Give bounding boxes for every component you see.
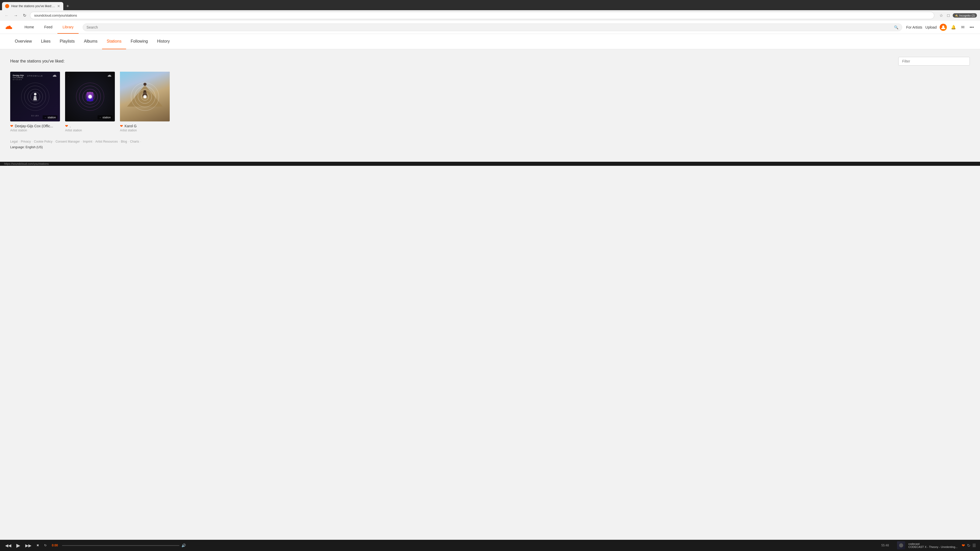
messages-icon[interactable]: ✉: [960, 24, 966, 30]
library-tabs: Overview Likes Playlists Albums Stations…: [0, 34, 980, 49]
tab-title: Hear the stations you've liked: ...: [11, 4, 55, 8]
soundcloud-watermark: [108, 74, 113, 78]
tab-playlists[interactable]: Playlists: [55, 34, 80, 49]
url-bar[interactable]: soundcloud.com/you/stations: [30, 12, 934, 19]
forward-button[interactable]: →: [12, 12, 19, 19]
content-heading: Hear the stations you've liked:: [10, 59, 65, 64]
nav-library[interactable]: Library: [57, 21, 79, 34]
status-url: https://soundcloud.com/you/stations: [4, 162, 49, 165]
soundcloud-logo[interactable]: [5, 22, 15, 32]
incognito-icon: 🕵: [955, 14, 958, 17]
search-icon: 🔍: [894, 25, 898, 29]
search-container: 🔍: [83, 24, 902, 31]
new-tab-button[interactable]: +: [64, 3, 71, 10]
station-radar: [75, 81, 105, 112]
station-label-text: → station: [43, 115, 57, 119]
url-text: soundcloud.com/you/stations: [34, 14, 930, 17]
content-header: Hear the stations you've liked:: [10, 57, 970, 65]
main-nav: Home Feed Library: [19, 21, 79, 34]
stations-content: Hear the stations you've liked: Deejay-G…: [10, 49, 970, 162]
footer-legal[interactable]: Legal: [10, 140, 18, 143]
page-content: Hear the stations you've liked: Deejay-G…: [0, 49, 980, 162]
tab-albums[interactable]: Albums: [80, 34, 102, 49]
search-inner: 🔍: [83, 24, 902, 31]
svg-point-0: [942, 25, 944, 27]
footer-consent[interactable]: Consent Manager: [56, 140, 80, 143]
filter-input[interactable]: [898, 57, 970, 65]
browser-chrome: Hear the stations you've liked: ... ✕ + …: [0, 0, 980, 21]
station-label-text: → station: [97, 115, 112, 119]
address-bar-icons: ☆ □ 🕵 Incognito (2): [939, 12, 977, 19]
footer-language[interactable]: Language: English (US): [10, 145, 970, 149]
station-label: → station: [10, 113, 60, 121]
search-input[interactable]: [86, 25, 892, 29]
tab-following[interactable]: Following: [126, 34, 153, 49]
tab-bar: Hear the stations you've liked: ... ✕ +: [0, 0, 980, 10]
card-artist-name: ❤ .: [65, 124, 115, 128]
station-label: → station: [65, 113, 115, 121]
card-station-type: Artist station: [65, 129, 115, 132]
active-tab[interactable]: Hear the stations you've liked: ... ✕: [2, 2, 63, 10]
nav-feed[interactable]: Feed: [39, 21, 57, 34]
header-right: For Artists Upload 🔔 ✉ •••: [906, 24, 975, 31]
split-screen-icon[interactable]: □: [946, 12, 951, 19]
station-thumbnail: [120, 72, 170, 121]
footer-blog[interactable]: Blog: [121, 140, 127, 143]
station-overlay: [120, 72, 170, 121]
for-artists-link[interactable]: For Artists: [906, 25, 922, 29]
bookmark-icon[interactable]: ☆: [939, 12, 944, 19]
station-card[interactable]: ❤ Karol G Artist station: [120, 72, 170, 132]
footer-imprint[interactable]: Imprint: [83, 140, 92, 143]
reload-button[interactable]: ↻: [21, 12, 28, 19]
card-station-type: Artist station: [10, 129, 60, 132]
footer-artist-resources[interactable]: Artist Resources: [95, 140, 118, 143]
like-heart-icon: ❤: [10, 124, 13, 128]
address-bar: ← → ↻ soundcloud.com/you/stations ☆ □ 🕵 …: [0, 10, 980, 21]
station-thumbnail: Deejay-Gijs Cox (Official) GYJCOX: [10, 72, 60, 121]
card-artist-name: ❤ Karol G: [120, 124, 170, 128]
station-card[interactable]: Deejay-Gijs Cox (Official) GYJCOX: [10, 72, 60, 132]
notifications-icon[interactable]: 🔔: [950, 24, 957, 30]
tab-close-button[interactable]: ✕: [57, 4, 60, 8]
nav-home[interactable]: Home: [19, 21, 39, 34]
footer-privacy[interactable]: Privacy: [21, 140, 30, 143]
footer-charts[interactable]: Charts: [130, 140, 139, 143]
status-bar: https://soundcloud.com/you/stations: [0, 162, 980, 166]
language-link[interactable]: Language: English (US): [10, 145, 43, 149]
footer-cookie[interactable]: Cookie Policy: [34, 140, 52, 143]
tab-stations[interactable]: Stations: [102, 34, 126, 49]
card-station-type: Artist station: [120, 129, 170, 132]
soundcloud-watermark: [53, 74, 58, 78]
station-radar: [130, 81, 160, 112]
page-footer: Legal - Privacy - Cookie Policy - Consen…: [10, 132, 970, 154]
tab-overview[interactable]: Overview: [10, 34, 37, 49]
back-button[interactable]: ←: [3, 12, 10, 19]
user-avatar[interactable]: [940, 24, 947, 31]
tab-favicon: [5, 4, 9, 8]
like-heart-icon: ❤: [65, 124, 68, 128]
station-radar: DJ LEX: [20, 81, 51, 112]
station-card[interactable]: .: [65, 72, 115, 132]
tab-history[interactable]: History: [153, 34, 175, 49]
footer-links: Legal - Privacy - Cookie Policy - Consen…: [10, 140, 970, 143]
upload-link[interactable]: Upload: [925, 25, 937, 29]
incognito-badge: 🕵 Incognito (2): [953, 13, 977, 17]
tab-likes[interactable]: Likes: [37, 34, 55, 49]
card-artist-name: ❤ Deejay-Gijs Cox (Offic...: [10, 124, 60, 128]
soundcloud-header: Home Feed Library 🔍 For Artists Upload 🔔…: [0, 21, 980, 34]
stations-grid: Deejay-Gijs Cox (Official) GYJCOX: [10, 72, 970, 132]
station-thumbnail: .: [65, 72, 115, 121]
like-heart-icon: ❤: [120, 124, 123, 128]
more-options-icon[interactable]: •••: [969, 24, 975, 30]
